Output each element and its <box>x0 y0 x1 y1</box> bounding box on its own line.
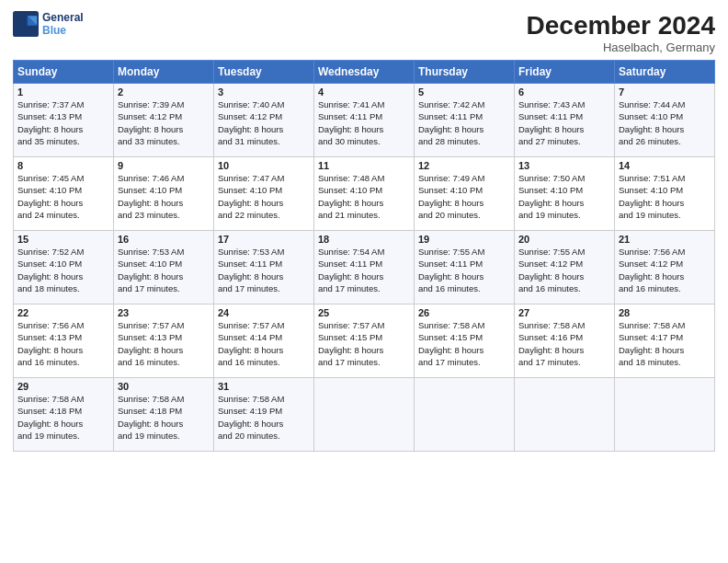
day-number: 6 <box>518 86 610 98</box>
day-cell <box>314 378 415 452</box>
day-cell: 13Sunrise: 7:50 AMSunset: 4:10 PMDayligh… <box>515 157 615 231</box>
day-cell: 3Sunrise: 7:40 AMSunset: 4:12 PMDaylight… <box>214 84 314 157</box>
day-info: Sunrise: 7:58 AMSunset: 4:18 PMDaylight:… <box>17 393 109 442</box>
day-number: 16 <box>118 234 210 245</box>
day-number: 11 <box>318 160 410 171</box>
calendar-header: SundayMondayTuesdayWednesdayThursdayFrid… <box>14 61 715 84</box>
day-number: 28 <box>619 307 711 318</box>
day-number: 4 <box>318 86 410 98</box>
day-info: Sunrise: 7:43 AMSunset: 4:11 PMDaylight:… <box>518 98 610 147</box>
day-info: Sunrise: 7:55 AMSunset: 4:12 PMDaylight:… <box>518 246 610 294</box>
day-number: 15 <box>17 234 109 245</box>
day-number: 14 <box>619 160 711 171</box>
day-cell: 9Sunrise: 7:46 AMSunset: 4:10 PMDaylight… <box>114 157 214 231</box>
day-cell: 12Sunrise: 7:49 AMSunset: 4:10 PMDayligh… <box>415 157 515 231</box>
day-cell: 29Sunrise: 7:58 AMSunset: 4:18 PMDayligh… <box>14 378 114 452</box>
day-info: Sunrise: 7:40 AMSunset: 4:12 PMDaylight:… <box>218 98 310 147</box>
location: Haselbach, Germany <box>527 40 715 54</box>
day-number: 8 <box>17 160 109 171</box>
day-number: 25 <box>318 307 410 318</box>
day-number: 2 <box>118 86 210 98</box>
header-cell-wednesday: Wednesday <box>314 61 415 84</box>
day-cell: 16Sunrise: 7:53 AMSunset: 4:10 PMDayligh… <box>114 231 214 304</box>
day-cell: 8Sunrise: 7:45 AMSunset: 4:10 PMDaylight… <box>14 157 114 231</box>
day-cell: 30Sunrise: 7:58 AMSunset: 4:18 PMDayligh… <box>114 378 214 452</box>
day-cell: 21Sunrise: 7:56 AMSunset: 4:12 PMDayligh… <box>615 231 715 304</box>
month-title: December 2024 <box>527 11 715 40</box>
header-cell-sunday: Sunday <box>14 61 114 84</box>
day-number: 23 <box>118 307 210 318</box>
main-container: General Blue December 2024 Haselbach, Ge… <box>0 0 728 459</box>
day-cell: 18Sunrise: 7:54 AMSunset: 4:11 PMDayligh… <box>314 231 415 304</box>
day-number: 18 <box>318 234 410 245</box>
day-info: Sunrise: 7:56 AMSunset: 4:12 PMDaylight:… <box>619 246 711 294</box>
day-info: Sunrise: 7:54 AMSunset: 4:11 PMDaylight:… <box>318 246 410 294</box>
day-number: 26 <box>418 307 510 318</box>
day-info: Sunrise: 7:56 AMSunset: 4:13 PMDaylight:… <box>17 319 109 368</box>
day-number: 29 <box>17 381 109 392</box>
day-cell: 24Sunrise: 7:57 AMSunset: 4:14 PMDayligh… <box>214 304 314 378</box>
header-cell-saturday: Saturday <box>615 61 715 84</box>
day-info: Sunrise: 7:57 AMSunset: 4:14 PMDaylight:… <box>218 319 310 368</box>
day-number: 20 <box>518 234 610 245</box>
day-cell: 19Sunrise: 7:55 AMSunset: 4:11 PMDayligh… <box>415 231 515 304</box>
day-cell: 10Sunrise: 7:47 AMSunset: 4:10 PMDayligh… <box>214 157 314 231</box>
week-row-3: 15Sunrise: 7:52 AMSunset: 4:10 PMDayligh… <box>14 231 715 304</box>
day-info: Sunrise: 7:57 AMSunset: 4:15 PMDaylight:… <box>318 319 410 368</box>
day-info: Sunrise: 7:52 AMSunset: 4:10 PMDaylight:… <box>17 246 109 294</box>
day-info: Sunrise: 7:53 AMSunset: 4:11 PMDaylight:… <box>218 246 310 294</box>
day-info: Sunrise: 7:55 AMSunset: 4:11 PMDaylight:… <box>418 246 510 294</box>
day-number: 3 <box>218 86 310 98</box>
day-cell: 14Sunrise: 7:51 AMSunset: 4:10 PMDayligh… <box>615 157 715 231</box>
week-row-2: 8Sunrise: 7:45 AMSunset: 4:10 PMDaylight… <box>14 157 715 231</box>
day-cell: 20Sunrise: 7:55 AMSunset: 4:12 PMDayligh… <box>515 231 615 304</box>
day-cell: 5Sunrise: 7:42 AMSunset: 4:11 PMDaylight… <box>415 84 515 157</box>
day-cell <box>415 378 515 452</box>
day-cell: 22Sunrise: 7:56 AMSunset: 4:13 PMDayligh… <box>14 304 114 378</box>
day-number: 12 <box>418 160 510 171</box>
day-cell <box>515 378 615 452</box>
day-cell: 23Sunrise: 7:57 AMSunset: 4:13 PMDayligh… <box>114 304 214 378</box>
day-info: Sunrise: 7:39 AMSunset: 4:12 PMDaylight:… <box>118 98 210 147</box>
day-cell: 11Sunrise: 7:48 AMSunset: 4:10 PMDayligh… <box>314 157 415 231</box>
day-cell: 25Sunrise: 7:57 AMSunset: 4:15 PMDayligh… <box>314 304 415 378</box>
day-number: 1 <box>17 86 109 98</box>
day-info: Sunrise: 7:37 AMSunset: 4:13 PMDaylight:… <box>17 98 109 147</box>
day-info: Sunrise: 7:51 AMSunset: 4:10 PMDaylight:… <box>619 172 711 221</box>
day-info: Sunrise: 7:58 AMSunset: 4:19 PMDaylight:… <box>218 393 310 442</box>
day-number: 7 <box>619 86 711 98</box>
day-info: Sunrise: 7:49 AMSunset: 4:10 PMDaylight:… <box>418 172 510 221</box>
day-info: Sunrise: 7:42 AMSunset: 4:11 PMDaylight:… <box>418 98 510 147</box>
week-row-5: 29Sunrise: 7:58 AMSunset: 4:18 PMDayligh… <box>14 378 715 452</box>
day-cell: 26Sunrise: 7:58 AMSunset: 4:15 PMDayligh… <box>415 304 515 378</box>
day-cell: 27Sunrise: 7:58 AMSunset: 4:16 PMDayligh… <box>515 304 615 378</box>
day-number: 31 <box>218 381 310 392</box>
day-cell: 28Sunrise: 7:58 AMSunset: 4:17 PMDayligh… <box>615 304 715 378</box>
day-cell: 2Sunrise: 7:39 AMSunset: 4:12 PMDaylight… <box>114 84 214 157</box>
day-number: 13 <box>518 160 610 171</box>
day-info: Sunrise: 7:53 AMSunset: 4:10 PMDaylight:… <box>118 246 210 294</box>
day-cell: 4Sunrise: 7:41 AMSunset: 4:11 PMDaylight… <box>314 84 415 157</box>
day-info: Sunrise: 7:58 AMSunset: 4:16 PMDaylight:… <box>518 319 610 368</box>
day-cell: 17Sunrise: 7:53 AMSunset: 4:11 PMDayligh… <box>214 231 314 304</box>
day-info: Sunrise: 7:44 AMSunset: 4:10 PMDaylight:… <box>619 98 711 147</box>
day-info: Sunrise: 7:58 AMSunset: 4:18 PMDaylight:… <box>118 393 210 442</box>
day-cell: 31Sunrise: 7:58 AMSunset: 4:19 PMDayligh… <box>214 378 314 452</box>
header-cell-thursday: Thursday <box>415 61 515 84</box>
day-number: 27 <box>518 307 610 318</box>
day-cell: 6Sunrise: 7:43 AMSunset: 4:11 PMDaylight… <box>515 84 615 157</box>
day-number: 5 <box>418 86 510 98</box>
day-info: Sunrise: 7:45 AMSunset: 4:10 PMDaylight:… <box>17 172 109 221</box>
calendar-table: SundayMondayTuesdayWednesdayThursdayFrid… <box>13 60 715 452</box>
header-cell-tuesday: Tuesday <box>214 61 314 84</box>
header: General Blue December 2024 Haselbach, Ge… <box>13 11 715 54</box>
day-number: 21 <box>619 234 711 245</box>
day-info: Sunrise: 7:58 AMSunset: 4:17 PMDaylight:… <box>619 319 711 368</box>
logo: General Blue <box>13 11 84 37</box>
week-row-1: 1Sunrise: 7:37 AMSunset: 4:13 PMDaylight… <box>14 84 715 157</box>
day-info: Sunrise: 7:46 AMSunset: 4:10 PMDaylight:… <box>118 172 210 221</box>
header-cell-monday: Monday <box>114 61 214 84</box>
day-number: 24 <box>218 307 310 318</box>
day-cell: 1Sunrise: 7:37 AMSunset: 4:13 PMDaylight… <box>14 84 114 157</box>
day-info: Sunrise: 7:58 AMSunset: 4:15 PMDaylight:… <box>418 319 510 368</box>
